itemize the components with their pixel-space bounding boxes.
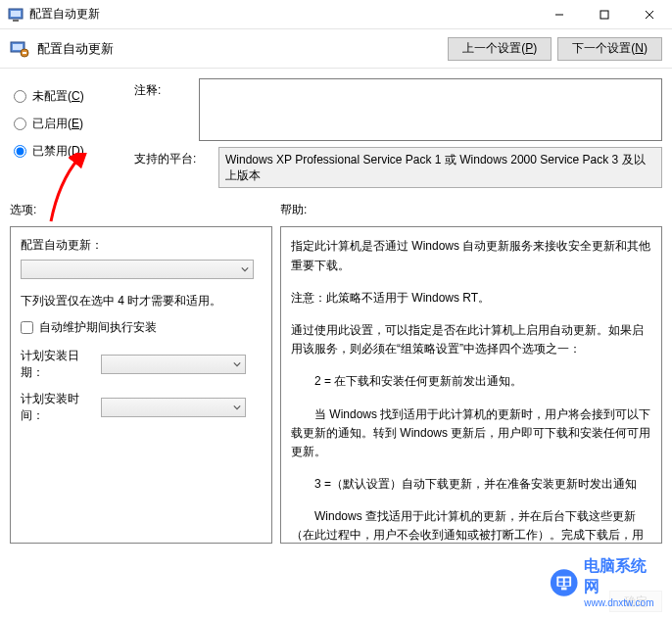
chevron-down-icon <box>233 360 241 368</box>
app-icon <box>8 7 24 23</box>
svg-rect-1 <box>11 11 21 17</box>
svg-rect-10 <box>23 52 26 54</box>
radio-disabled[interactable]: 已禁用(D) <box>10 139 122 163</box>
maintenance-checkbox-row[interactable]: 自动维护期间执行安装 <box>21 319 262 336</box>
maintenance-checkbox-label: 自动维护期间执行安装 <box>39 319 157 336</box>
radio-enabled[interactable]: 已启用(E) <box>10 112 122 135</box>
maintenance-checkbox[interactable] <box>21 321 33 334</box>
help-paragraph: 注意：此策略不适用于 Windows RT。 <box>291 289 651 308</box>
state-radio-group: 未配置(C) 已启用(E) 已禁用(D) <box>10 78 122 188</box>
install-day-combo[interactable] <box>101 355 246 374</box>
help-paragraph: 2 = 在下载和安装任何更新前发出通知。 <box>291 372 651 391</box>
chevron-down-icon <box>233 404 241 411</box>
help-paragraph: Windows 查找适用于此计算机的更新，并在后台下载这些更新（在此过程中，用户… <box>291 507 651 544</box>
install-day-label: 计划安装日期： <box>21 348 93 381</box>
options-note: 下列设置仅在选中 4 时才需要和适用。 <box>21 293 262 309</box>
help-paragraph: 3 =（默认设置）自动下载更新，并在准备安装更新时发出通知 <box>291 475 651 494</box>
radio-enabled-label: 已启用(E) <box>32 116 83 132</box>
radio-disabled-input[interactable] <box>14 145 26 158</box>
watermark-logo-icon <box>550 567 578 598</box>
help-section-label: 帮助: <box>280 202 307 218</box>
options-section-label: 选项: <box>10 202 280 218</box>
previous-setting-button[interactable]: 上一个设置(P) <box>448 37 552 61</box>
help-paragraph: 指定此计算机是否通过 Windows 自动更新服务来接收安全更新和其他重要下载。 <box>291 237 651 274</box>
watermark: 电脑系统网 www.dnxtw.com <box>544 552 662 612</box>
svg-rect-2 <box>13 20 19 22</box>
comment-textarea[interactable] <box>199 78 662 141</box>
watermark-url: www.dnxtw.com <box>584 597 656 608</box>
window-title: 配置自动更新 <box>29 6 537 23</box>
svg-rect-15 <box>558 582 563 585</box>
radio-not-configured[interactable]: 未配置(C) <box>10 84 122 108</box>
configure-update-combo[interactable] <box>21 260 254 279</box>
help-paragraph: 当 Windows 找到适用于此计算机的更新时，用户将会接到可以下载更新的通知。… <box>291 405 651 462</box>
minimize-button[interactable] <box>537 0 582 29</box>
supported-on-text: Windows XP Professional Service Pack 1 或… <box>218 147 662 188</box>
options-panel: 配置自动更新： 下列设置仅在选中 4 时才需要和适用。 自动维护期间执行安装 计… <box>10 226 272 544</box>
watermark-brand: 电脑系统网 <box>584 556 656 597</box>
page-title: 配置自动更新 <box>37 40 442 58</box>
help-panel[interactable]: 指定此计算机是否通过 Windows 自动更新服务来接收安全更新和其他重要下载。… <box>280 226 662 544</box>
options-heading: 配置自动更新： <box>21 237 262 254</box>
radio-disabled-label: 已禁用(D) <box>32 143 84 160</box>
svg-rect-16 <box>565 582 570 585</box>
radio-not-configured-label: 未配置(C) <box>32 88 84 105</box>
chevron-down-icon <box>241 265 249 273</box>
svg-rect-13 <box>558 578 563 581</box>
policy-icon <box>10 39 29 59</box>
install-time-combo[interactable] <box>101 398 246 417</box>
svg-rect-4 <box>600 11 608 19</box>
maximize-button[interactable] <box>582 0 627 29</box>
svg-rect-14 <box>565 578 570 581</box>
svg-rect-17 <box>561 587 567 590</box>
svg-rect-8 <box>13 44 23 50</box>
next-setting-button[interactable]: 下一个设置(N) <box>557 37 662 61</box>
help-paragraph: 通过使用此设置，可以指定是否在此计算机上启用自动更新。如果启用该服务，则必须在“… <box>291 321 651 358</box>
supported-on-label: 支持的平台: <box>134 147 209 167</box>
close-button[interactable] <box>627 0 672 29</box>
radio-enabled-input[interactable] <box>14 118 26 130</box>
install-time-label: 计划安装时间： <box>21 391 93 424</box>
radio-not-configured-input[interactable] <box>14 90 26 103</box>
comment-label: 注释: <box>134 78 189 99</box>
